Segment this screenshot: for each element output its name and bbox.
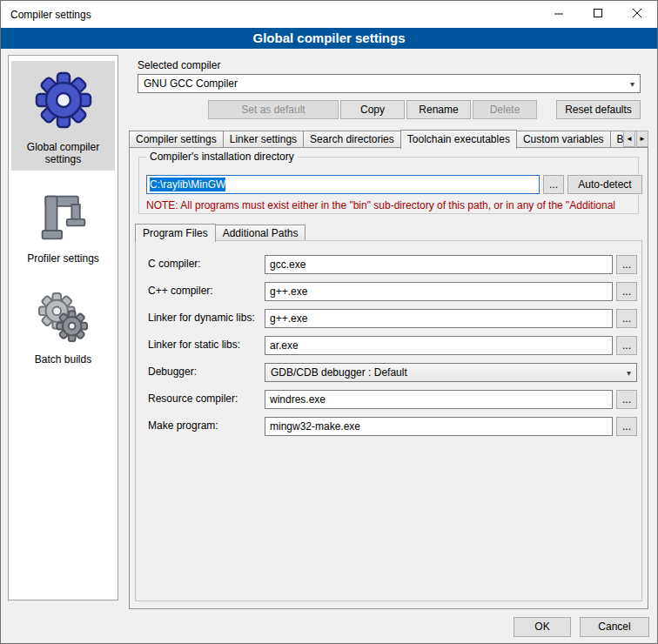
bin-subdirectory-note: NOTE: All programs must exist either in …: [146, 199, 636, 211]
titlebar[interactable]: Compiler settings: [1, 1, 657, 28]
maximize-icon: [594, 9, 603, 21]
compiler-action-buttons: Set as default Copy Rename Delete Reset …: [138, 100, 641, 119]
tab-compiler-settings[interactable]: Compiler settings: [129, 131, 224, 148]
minimize-button[interactable]: [540, 1, 579, 28]
copy-button[interactable]: Copy: [340, 100, 405, 119]
resource-compiler-label: Resource compiler:: [148, 392, 238, 405]
selected-compiler-value: GNU GCC Compiler: [144, 77, 238, 90]
tab-linker-settings[interactable]: Linker settings: [223, 131, 304, 148]
sidebar-item-label: Profiler settings: [13, 252, 113, 265]
static-linker-input[interactable]: ar.exe: [265, 336, 613, 355]
sidebar-item-profiler-settings[interactable]: Profiler settings: [11, 184, 115, 270]
c-compiler-value: gcc.exe: [270, 258, 306, 271]
cpp-compiler-label: C++ compiler:: [148, 285, 213, 297]
chevron-down-icon: ▾: [627, 368, 631, 378]
selected-compiler-dropdown[interactable]: GNU GCC Compiler ▾: [138, 74, 641, 93]
field-row-make-program: Make program: mingw32-make.exe ...: [136, 417, 641, 436]
subtab-program-files[interactable]: Program Files: [135, 224, 216, 242]
tab-toolchain-executables[interactable]: Toolchain executables: [400, 130, 517, 149]
dynamic-linker-browse-button[interactable]: ...: [616, 309, 637, 328]
window-title: Compiler settings: [1, 9, 91, 21]
dynamic-linker-value: g++.exe: [270, 312, 307, 325]
maximize-button[interactable]: [579, 1, 618, 28]
compiler-settings-window: Compiler settings Global compiler settin…: [0, 0, 658, 644]
field-row-resource-compiler: Resource compiler: windres.exe ...: [136, 390, 641, 409]
resource-compiler-input[interactable]: windres.exe: [265, 390, 613, 409]
dialog-body: Global compiler settings Profiler se: [1, 49, 657, 643]
tab-scroll-right-button[interactable]: ►: [636, 131, 648, 147]
tab-scroll-left-button[interactable]: ◄: [623, 131, 635, 147]
profiler-tool-icon: [38, 234, 89, 246]
static-linker-label: Linker for static libs:: [148, 339, 240, 351]
gear-icon: [33, 123, 94, 135]
installation-directory-browse-button[interactable]: ...: [543, 175, 564, 194]
c-compiler-browse-button[interactable]: ...: [616, 255, 637, 274]
debugger-value: GDB/CDB debugger : Default: [271, 366, 407, 379]
page-title: Global compiler settings: [1, 28, 657, 49]
field-row-debugger: Debugger: GDB/CDB debugger : Default ▾: [136, 363, 641, 382]
program-files-panel: C compiler: gcc.exe ... C++ compiler: g+…: [135, 240, 642, 601]
dynamic-linker-input[interactable]: g++.exe: [265, 309, 613, 328]
tab-custom-variables[interactable]: Custom variables: [516, 131, 611, 148]
c-compiler-input[interactable]: gcc.exe: [265, 255, 613, 274]
subtab-additional-paths[interactable]: Additional Paths: [215, 225, 306, 241]
debugger-label: Debugger:: [148, 366, 197, 378]
static-linker-browse-button[interactable]: ...: [616, 336, 637, 355]
make-program-browse-button[interactable]: ...: [616, 417, 637, 436]
cpp-compiler-input[interactable]: g++.exe: [265, 282, 613, 301]
selected-text: C:\raylib\MinGW: [150, 178, 225, 191]
sidebar-item-global-compiler-settings[interactable]: Global compiler settings: [11, 61, 115, 171]
debugger-select[interactable]: GDB/CDB debugger : Default ▾: [265, 363, 637, 382]
make-program-label: Make program:: [148, 419, 218, 432]
settings-tab-strip: Compiler settings Linker settings Search…: [129, 129, 648, 148]
reset-defaults-button[interactable]: Reset defaults: [556, 100, 641, 119]
minimize-icon: [554, 9, 564, 21]
program-files-tab-strip: Program Files Additional Paths: [135, 223, 306, 241]
sidebar-item-label: Global compiler settings: [13, 141, 113, 165]
installation-directory-input[interactable]: C:\raylib\MinGW: [146, 175, 540, 194]
sidebar-item-label: Batch builds: [13, 353, 113, 366]
dynamic-linker-label: Linker for dynamic libs:: [148, 312, 255, 324]
make-program-value: mingw32-make.exe: [270, 420, 360, 433]
field-row-dynamic-linker: Linker for dynamic libs: g++.exe ...: [136, 309, 641, 328]
installation-directory-group-label: Compiler's installation directory: [146, 151, 298, 163]
set-as-default-button[interactable]: Set as default: [208, 100, 339, 119]
cancel-button[interactable]: Cancel: [580, 617, 649, 637]
cpp-compiler-browse-button[interactable]: ...: [616, 282, 637, 301]
auto-detect-button[interactable]: Auto-detect: [567, 175, 642, 194]
sidebar-item-batch-builds[interactable]: Batch builds: [11, 284, 115, 371]
cpp-compiler-value: g++.exe: [270, 285, 307, 298]
window-controls: [540, 1, 657, 28]
chevron-down-icon: ▾: [630, 79, 634, 89]
static-linker-value: ar.exe: [270, 339, 299, 352]
make-program-input[interactable]: mingw32-make.exe: [265, 417, 613, 436]
tab-search-directories[interactable]: Search directories: [303, 131, 401, 148]
selected-compiler-label: Selected compiler: [138, 59, 220, 71]
tab-scroll-controls: ◄ ►: [623, 131, 648, 147]
main-content: Selected compiler GNU GCC Compiler ▾ Set…: [127, 49, 650, 643]
c-compiler-label: C compiler:: [148, 258, 201, 270]
delete-button[interactable]: Delete: [473, 100, 537, 119]
ok-button[interactable]: OK: [514, 617, 571, 637]
resource-compiler-browse-button[interactable]: ...: [616, 390, 637, 409]
field-row-static-linker: Linker for static libs: ar.exe ...: [136, 336, 641, 355]
close-button[interactable]: [618, 1, 657, 28]
toolchain-executables-panel: Compiler's installation directory C:\ray…: [129, 147, 648, 609]
installation-directory-group: Compiler's installation directory C:\ray…: [138, 157, 639, 214]
close-icon: [633, 9, 642, 21]
resource-compiler-value: windres.exe: [270, 393, 326, 406]
field-row-cpp-compiler: C++ compiler: g++.exe ...: [136, 282, 641, 301]
gray-gears-icon: [37, 335, 91, 347]
settings-category-list: Global compiler settings Profiler se: [8, 55, 118, 600]
field-row-c-compiler: C compiler: gcc.exe ...: [136, 255, 641, 274]
rename-button[interactable]: Rename: [406, 100, 471, 119]
